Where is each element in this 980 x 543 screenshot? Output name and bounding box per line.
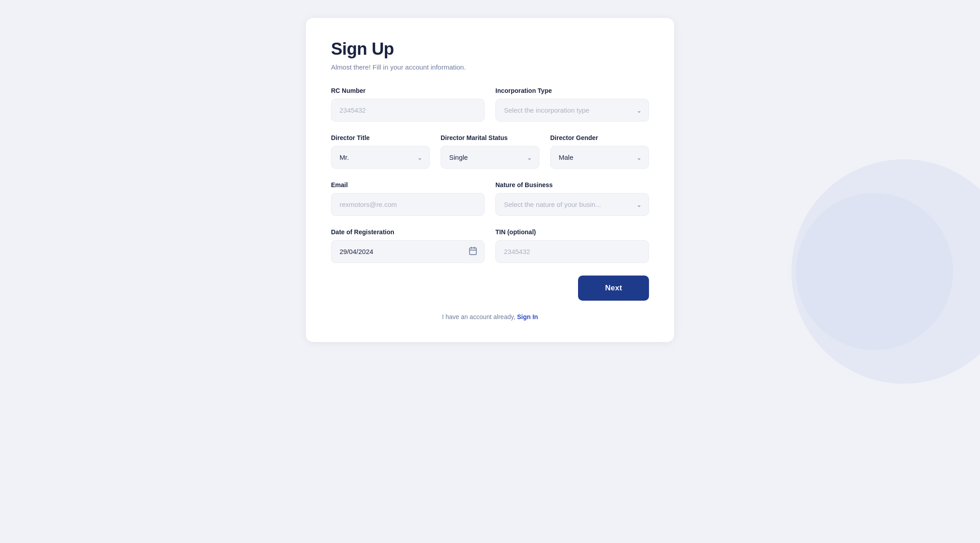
group-nature-of-business: Nature of Business Select the nature of …	[495, 181, 649, 216]
select-wrapper-incorporation: Select the incorporation type Private Li…	[495, 99, 649, 122]
row-rc-incorporation: RC Number Incorporation Type Select the …	[331, 87, 649, 122]
row-date-tin: Date of Registeration TIN (optional)	[331, 228, 649, 263]
marital-status-select[interactable]: Single Married Divorced Widowed	[441, 146, 539, 169]
select-wrapper-gender: Male Female Other ⌄	[550, 146, 649, 169]
button-row: Next	[331, 276, 649, 301]
page-title: Sign Up	[331, 39, 649, 59]
label-incorporation-type: Incorporation Type	[495, 87, 649, 94]
label-tin: TIN (optional)	[495, 228, 649, 236]
row-director-info: Director Title Mr. Mrs. Ms. Dr. Prof. ⌄ …	[331, 134, 649, 169]
tin-input[interactable]	[495, 240, 649, 263]
signin-row: I have an account already, Sign In	[331, 313, 649, 320]
group-tin: TIN (optional)	[495, 228, 649, 263]
label-date-registration: Date of Registeration	[331, 228, 485, 236]
date-input-wrapper	[331, 240, 485, 263]
group-director-gender: Director Gender Male Female Other ⌄	[550, 134, 649, 169]
label-director-title: Director Title	[331, 134, 430, 141]
select-wrapper-title: Mr. Mrs. Ms. Dr. Prof. ⌄	[331, 146, 430, 169]
group-marital-status: Director Marital Status Single Married D…	[441, 134, 539, 169]
group-rc-number: RC Number	[331, 87, 485, 122]
label-director-gender: Director Gender	[550, 134, 649, 141]
date-registration-input[interactable]	[331, 240, 485, 263]
form-container: Sign Up Almost there! Fill in your accou…	[306, 18, 674, 342]
incorporation-type-select[interactable]: Select the incorporation type Private Li…	[495, 99, 649, 122]
label-rc-number: RC Number	[331, 87, 485, 94]
director-gender-select[interactable]: Male Female Other	[550, 146, 649, 169]
rc-number-input[interactable]	[331, 99, 485, 122]
nature-of-business-select[interactable]: Select the nature of your busin... Autom…	[495, 193, 649, 216]
label-email: Email	[331, 181, 485, 188]
select-wrapper-marital: Single Married Divorced Widowed ⌄	[441, 146, 539, 169]
sign-in-link[interactable]: Sign In	[517, 313, 538, 320]
have-account-text: I have an account already,	[442, 313, 515, 320]
group-date-registration: Date of Registeration	[331, 228, 485, 263]
page-subtitle: Almost there! Fill in your account infor…	[331, 63, 649, 71]
row-email-business: Email Nature of Business Select the natu…	[331, 181, 649, 216]
group-incorporation-type: Incorporation Type Select the incorporat…	[495, 87, 649, 122]
email-input[interactable]	[331, 193, 485, 216]
label-marital-status: Director Marital Status	[441, 134, 539, 141]
label-nature-of-business: Nature of Business	[495, 181, 649, 188]
group-director-title: Director Title Mr. Mrs. Ms. Dr. Prof. ⌄	[331, 134, 430, 169]
bg-circle-decoration	[791, 159, 980, 384]
bg-circle-inner-decoration	[796, 193, 953, 350]
next-button[interactable]: Next	[578, 276, 649, 301]
page-wrapper: Sign Up Almost there! Fill in your accou…	[0, 0, 980, 543]
director-title-select[interactable]: Mr. Mrs. Ms. Dr. Prof.	[331, 146, 430, 169]
group-email: Email	[331, 181, 485, 216]
select-wrapper-business: Select the nature of your busin... Autom…	[495, 193, 649, 216]
